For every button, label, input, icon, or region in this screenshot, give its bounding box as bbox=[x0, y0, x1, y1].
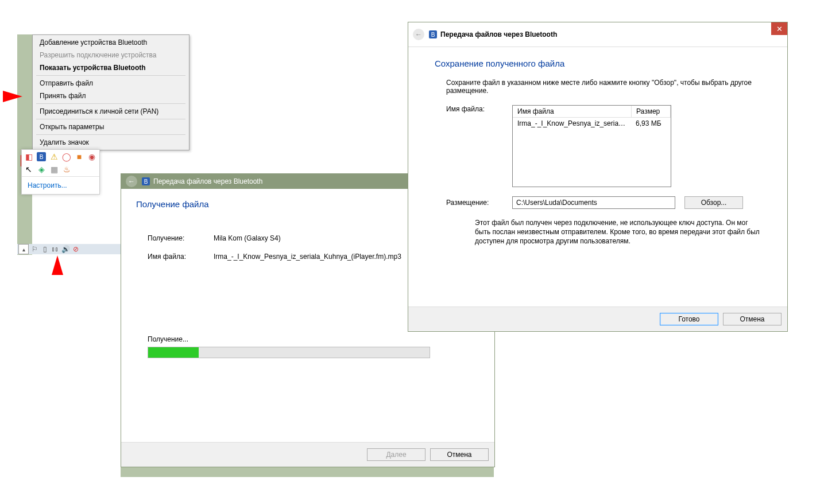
desktop-bg bbox=[121, 466, 494, 477]
antivirus-icon[interactable]: ◈ bbox=[37, 165, 46, 174]
tray-app-icon[interactable]: ◉ bbox=[87, 152, 96, 161]
table-row[interactable]: Irma_-_I_Know_Pesnya_iz_seriala_K... 6,9… bbox=[513, 117, 671, 129]
network-icon[interactable]: ⫾⫾ bbox=[51, 245, 60, 254]
cursor-icon[interactable]: ↖ bbox=[24, 165, 33, 174]
cancel-button[interactable]: Отмена bbox=[430, 448, 489, 461]
page-heading: Сохранение полученного файла bbox=[435, 59, 761, 68]
bluetooth-icon: B bbox=[142, 177, 150, 185]
taskbar-tray: ▴ ⚐ ▯ ⫾⫾ 🔊 ⊘ bbox=[17, 244, 124, 254]
red-arrow-icon bbox=[52, 255, 63, 275]
menu-allow-connection: Разрешить подключение устройства bbox=[34, 49, 188, 61]
browse-button[interactable]: Обзор... bbox=[684, 196, 743, 209]
filename-label: Имя файла: bbox=[148, 253, 214, 261]
separator bbox=[36, 75, 185, 76]
tray-app-icon[interactable]: ◧ bbox=[24, 152, 33, 161]
tray-app-icon[interactable]: ■ bbox=[75, 152, 84, 161]
receive-from-value: Mila Kom (Galaxy S4) bbox=[214, 234, 281, 242]
separator bbox=[36, 119, 185, 119]
red-arrow-icon bbox=[3, 91, 22, 102]
progress-label: Получение... bbox=[148, 335, 479, 343]
tray-popup: ◧ B ⚠ ◯ ■ ◉ ↖ ◈ ▦ ♨ Настроить... bbox=[21, 149, 100, 195]
menu-join-pan[interactable]: Присоединиться к личной сети (PAN) bbox=[34, 105, 188, 118]
file-table: Имя файла Размер Irma_-_I_Know_Pesnya_iz… bbox=[512, 105, 671, 187]
window-header: ← B Передача файлов через Bluetooth bbox=[408, 22, 787, 47]
col-filename[interactable]: Имя файла bbox=[513, 106, 632, 117]
menu-add-device[interactable]: Добавление устройства Bluetooth bbox=[34, 36, 188, 49]
security-warning: Этот файл был получен через подключение,… bbox=[475, 218, 761, 246]
progress-bar bbox=[148, 347, 430, 358]
separator bbox=[36, 134, 185, 135]
filename-label: Имя файла: bbox=[446, 105, 512, 113]
volume-muted-icon[interactable]: ⊘ bbox=[71, 245, 80, 254]
bluetooth-context-menu: Добавление устройства Bluetooth Разрешит… bbox=[32, 34, 189, 150]
bluetooth-icon: B bbox=[429, 30, 437, 38]
location-label: Размещение: bbox=[446, 199, 512, 207]
tray-app-icon[interactable]: ◯ bbox=[62, 152, 71, 161]
menu-show-devices[interactable]: Показать устройства Bluetooth bbox=[34, 61, 188, 74]
progress-fill bbox=[148, 347, 199, 358]
separator bbox=[36, 103, 185, 104]
customize-link[interactable]: Настроить... bbox=[22, 176, 99, 194]
back-button[interactable]: ← bbox=[413, 29, 424, 40]
bluetooth-icon[interactable]: B bbox=[37, 152, 46, 161]
window-title: Передача файлов через Bluetooth bbox=[153, 177, 262, 185]
button-bar: Далее Отмена bbox=[121, 442, 494, 467]
cell-size: 6,93 МБ bbox=[631, 118, 671, 129]
cancel-button[interactable]: Отмена bbox=[723, 313, 782, 325]
button-bar: Готово Отмена bbox=[408, 307, 787, 331]
tray-app-icon[interactable]: ▦ bbox=[49, 165, 59, 174]
receive-from-label: Получение: bbox=[148, 234, 214, 242]
desktop-bg bbox=[17, 34, 32, 255]
menu-remove-icon[interactable]: Удалить значок bbox=[34, 136, 188, 149]
back-button[interactable]: ← bbox=[126, 176, 137, 187]
menu-open-settings[interactable]: Открыть параметры bbox=[34, 121, 188, 133]
battery-icon[interactable]: ▯ bbox=[40, 245, 49, 254]
filename-value: Irma_-_I_Know_Pesnya_iz_seriala_Kuhnya_(… bbox=[214, 253, 401, 261]
col-size[interactable]: Размер bbox=[632, 106, 671, 117]
menu-send-file[interactable]: Отправить файл bbox=[34, 77, 188, 90]
cell-filename: Irma_-_I_Know_Pesnya_iz_seriala_K... bbox=[513, 118, 631, 129]
instruction-text: Сохраните файл в указанном ниже месте ли… bbox=[446, 79, 761, 95]
window-title: Передача файлов через Bluetooth bbox=[440, 30, 557, 38]
java-icon[interactable]: ♨ bbox=[62, 165, 71, 174]
save-file-window: ✕ ← B Передача файлов через Bluetooth Со… bbox=[408, 22, 788, 332]
action-center-icon[interactable]: ⚐ bbox=[30, 245, 39, 254]
volume-icon[interactable]: 🔊 bbox=[61, 245, 70, 254]
next-button: Далее bbox=[367, 448, 425, 461]
security-icon[interactable]: ⚠ bbox=[49, 152, 59, 161]
menu-receive-file[interactable]: Принять файл bbox=[34, 90, 188, 102]
show-hidden-icons-button[interactable]: ▴ bbox=[18, 244, 29, 254]
location-input[interactable]: C:\Users\Luda\Documents bbox=[512, 196, 675, 209]
close-button[interactable]: ✕ bbox=[771, 22, 787, 35]
done-button[interactable]: Готово bbox=[660, 313, 718, 325]
